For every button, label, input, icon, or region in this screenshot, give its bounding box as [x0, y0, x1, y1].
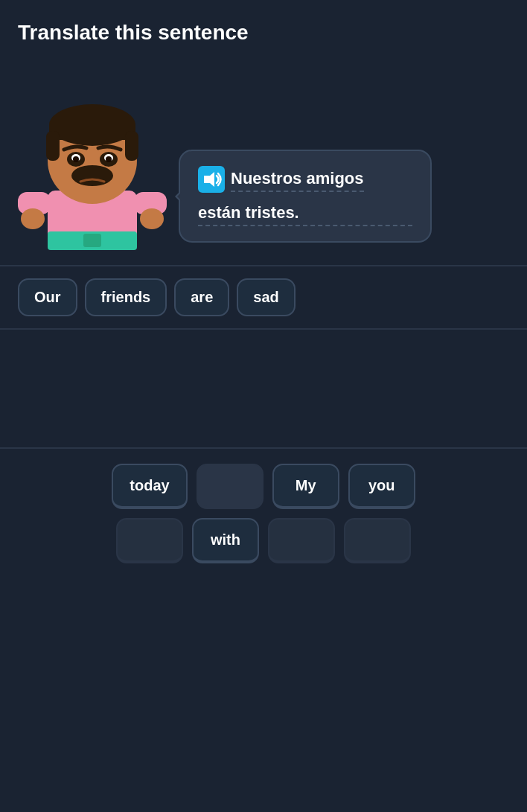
bank-chip-you[interactable]: you	[348, 464, 415, 509]
bank-chip-blank3	[268, 518, 335, 563]
answer-chip-friends[interactable]: friends	[85, 278, 167, 316]
svg-point-18	[21, 208, 45, 229]
svg-rect-7	[46, 131, 60, 161]
svg-point-19	[140, 208, 164, 229]
answer-chip-are[interactable]: are	[174, 278, 229, 316]
speaker-icon[interactable]	[198, 166, 225, 193]
bank-chip-blank1	[197, 464, 264, 509]
svg-rect-6	[49, 125, 135, 140]
middle-area	[0, 330, 527, 449]
character-area: Nuestros amigos están tristes.	[0, 57, 527, 265]
character-figure	[18, 71, 167, 265]
svg-rect-8	[125, 131, 138, 161]
answer-chip-sad[interactable]: sad	[237, 278, 295, 316]
bank-chip-my[interactable]: My	[272, 464, 339, 509]
bank-chip-blank2	[116, 518, 183, 563]
word-bank-row1: today My you	[112, 464, 415, 509]
speech-text-line1: Nuestros amigos	[231, 167, 364, 192]
svg-point-15	[71, 165, 113, 186]
svg-rect-2	[83, 234, 101, 247]
answer-chip-our[interactable]: Our	[18, 278, 77, 316]
speech-text-line2: están tristes.	[198, 202, 412, 226]
answer-area: Our friends are sad	[0, 266, 527, 330]
bank-chip-with[interactable]: with	[192, 518, 259, 563]
speech-bubble: Nuestros amigos están tristes.	[179, 150, 432, 243]
word-bank-row2: with	[116, 518, 411, 563]
svg-point-14	[106, 156, 112, 162]
bank-chip-today[interactable]: today	[112, 464, 187, 509]
page-title: Translate this sentence	[0, 0, 527, 57]
svg-point-13	[73, 156, 79, 162]
word-bank-area: today My you with	[0, 449, 527, 578]
bank-chip-blank4	[344, 518, 411, 563]
